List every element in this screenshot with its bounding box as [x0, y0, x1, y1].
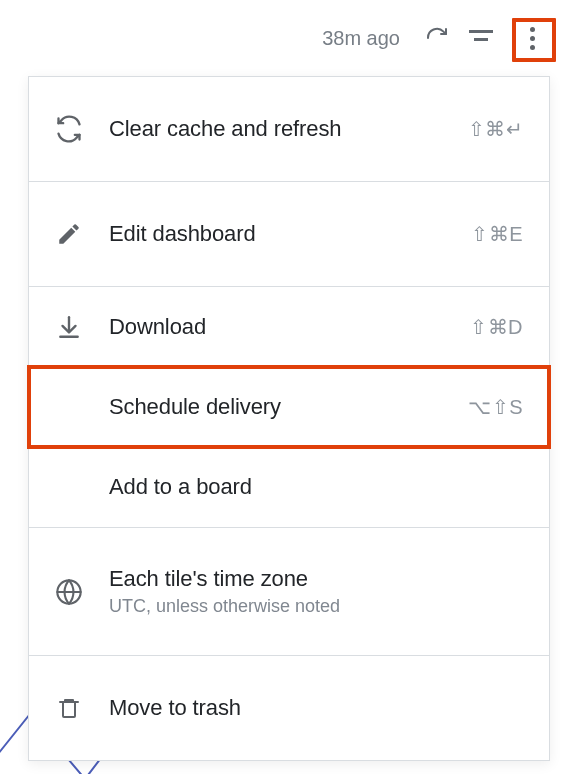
trash-icon	[55, 694, 83, 722]
menu-item-timezone[interactable]: Each tile's time zone UTC, unless otherw…	[29, 528, 549, 655]
refresh-icon[interactable]	[424, 25, 450, 51]
menu-item-shortcut: ⇧⌘E	[471, 222, 523, 246]
toolbar: 38m ago	[322, 0, 566, 58]
menu-item-schedule-delivery[interactable]: Schedule delivery ⌥⇧S	[29, 367, 549, 447]
menu-item-label: Move to trash	[109, 695, 523, 721]
menu-item-label: Each tile's time zone	[109, 566, 523, 592]
sync-icon	[55, 115, 83, 143]
callout-highlight	[512, 18, 556, 62]
menu-item-label: Download	[109, 314, 444, 340]
icon-placeholder	[55, 473, 83, 501]
menu-item-label: Edit dashboard	[109, 221, 445, 247]
menu-item-clear-cache[interactable]: Clear cache and refresh ⇧⌘↵	[29, 77, 549, 181]
menu-item-download[interactable]: Download ⇧⌘D	[29, 287, 549, 367]
download-icon	[55, 313, 83, 341]
svg-rect-4	[63, 702, 75, 717]
menu-item-label: Clear cache and refresh	[109, 116, 442, 142]
menu-item-add-to-board[interactable]: Add to a board	[29, 447, 549, 527]
filter-icon[interactable]	[468, 25, 494, 51]
menu-item-edit-dashboard[interactable]: Edit dashboard ⇧⌘E	[29, 182, 549, 286]
menu-item-shortcut: ⌥⇧S	[468, 395, 523, 419]
svg-rect-0	[469, 30, 493, 33]
menu-item-move-to-trash[interactable]: Move to trash	[29, 656, 549, 760]
menu-item-shortcut: ⇧⌘D	[470, 315, 523, 339]
menu-item-label: Schedule delivery	[109, 394, 442, 420]
menu-item-sublabel: UTC, unless otherwise noted	[109, 596, 523, 617]
menu-item-label: Add to a board	[109, 474, 523, 500]
svg-rect-1	[474, 38, 488, 41]
last-updated-label: 38m ago	[322, 27, 400, 50]
menu-item-shortcut: ⇧⌘↵	[468, 117, 524, 141]
icon-placeholder	[55, 393, 83, 421]
globe-icon	[55, 578, 83, 606]
more-menu-button[interactable]	[512, 18, 552, 58]
more-menu-dropdown: Clear cache and refresh ⇧⌘↵ Edit dashboa…	[28, 76, 550, 761]
pencil-icon	[55, 220, 83, 248]
